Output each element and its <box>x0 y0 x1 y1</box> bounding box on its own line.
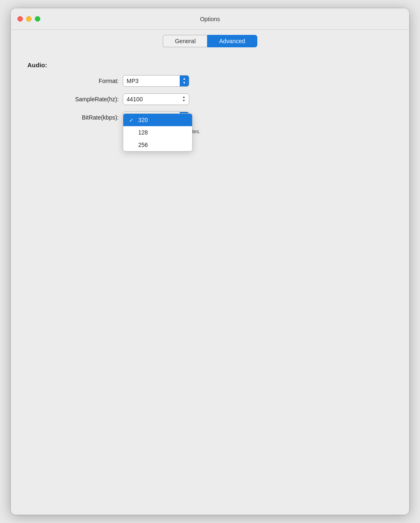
checkmark-empty-icon-2: ✓ <box>129 142 136 148</box>
samplerate-value: 44100 <box>127 96 181 103</box>
bitrate-option-320[interactable]: ✓ 320 <box>123 114 192 126</box>
samplerate-stepper[interactable]: ▲ ▼ <box>182 95 186 103</box>
tab-bar: General Advanced <box>11 30 409 53</box>
bitrate-option-128-label: 128 <box>138 129 148 136</box>
bitrate-option-128[interactable]: ✓ 128 <box>123 126 192 139</box>
options-window: Options General Advanced Audio: Format: … <box>11 8 409 515</box>
tab-general[interactable]: General <box>163 35 207 47</box>
traffic-lights <box>17 16 40 22</box>
samplerate-row: SampleRate(hz): 44100 ▲ ▼ <box>27 93 393 105</box>
bitrate-option-320-label: 320 <box>138 117 148 123</box>
audio-section-label: Audio: <box>27 61 393 68</box>
window-title: Options <box>200 16 220 22</box>
format-row: Format: MP3 ▲ ▼ <box>27 75 393 87</box>
maximize-button[interactable] <box>35 16 40 22</box>
format-label: Format: <box>27 78 119 84</box>
samplerate-arrow-down-icon[interactable]: ▼ <box>182 99 186 103</box>
samplerate-select[interactable]: 44100 ▲ ▼ <box>123 93 189 105</box>
minimize-button[interactable] <box>26 16 32 22</box>
bitrate-dropdown: ✓ 320 ✓ 128 ✓ 256 <box>123 113 193 152</box>
bitrate-label: BitRate(kbps): <box>27 114 119 121</box>
format-arrow-up-icon[interactable]: ▲ <box>183 77 186 81</box>
format-select[interactable]: MP3 ▲ ▼ <box>123 75 189 87</box>
titlebar: Options <box>11 8 409 30</box>
content-area: Audio: Format: MP3 ▲ ▼ SampleRate(hz): 4… <box>11 53 409 149</box>
bitrate-container: BitRate(kbps): 320 ▲ ▼ ✓ 320 ✓ 128 <box>27 112 393 123</box>
bitrate-row: BitRate(kbps): 320 ▲ ▼ <box>27 112 393 123</box>
note-row: Cover only works with MP3 files. <box>27 130 393 134</box>
format-arrow-down-icon[interactable]: ▼ <box>183 81 186 85</box>
format-value: MP3 <box>123 76 180 86</box>
tab-advanced[interactable]: Advanced <box>207 35 257 47</box>
format-stepper[interactable]: ▲ ▼ <box>180 76 189 86</box>
samplerate-label: SampleRate(hz): <box>27 96 119 103</box>
checkmark-empty-icon: ✓ <box>129 130 136 136</box>
bitrate-option-256-label: 256 <box>138 142 148 148</box>
bitrate-option-256[interactable]: ✓ 256 <box>123 139 192 151</box>
close-button[interactable] <box>17 16 23 22</box>
checkmark-icon: ✓ <box>129 117 136 123</box>
